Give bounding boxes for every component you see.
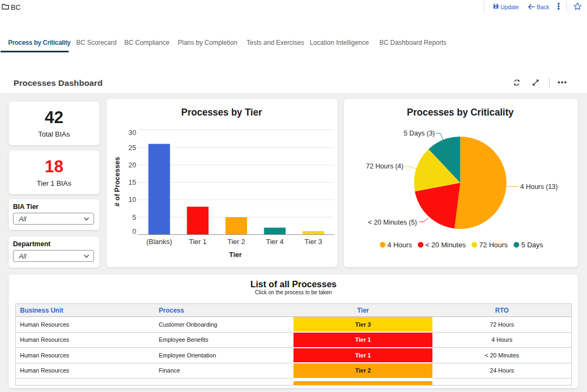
svg-text:72 Hours (4): 72 Hours (4): [366, 163, 403, 170]
svg-text:Processes by Criticality: Processes by Criticality: [407, 107, 514, 118]
svg-text:0: 0: [132, 227, 136, 235]
svg-text:5 Days (3): 5 Days (3): [404, 130, 435, 137]
svg-text:Tier 4: Tier 4: [266, 238, 284, 246]
svg-text:< 20 Minutes (5): < 20 Minutes (5): [368, 219, 417, 226]
svg-text:72 Hours: 72 Hours: [479, 241, 508, 249]
svg-text:4 Hours (13): 4 Hours (13): [521, 183, 558, 191]
svg-text:5: 5: [132, 213, 136, 221]
svg-text:5 Days: 5 Days: [521, 241, 543, 249]
svg-text:30: 30: [129, 129, 136, 137]
svg-text:< 20 Minutes: < 20 Minutes: [425, 241, 466, 249]
svg-text:Tier: Tier: [229, 251, 242, 259]
svg-text:Tier 3: Tier 3: [304, 238, 322, 246]
svg-text:(Blanks): (Blanks): [146, 238, 172, 246]
svg-text:Tier 1: Tier 1: [189, 238, 206, 246]
svg-text:Processes by Tier: Processes by Tier: [181, 107, 262, 118]
svg-text:15: 15: [129, 178, 136, 186]
svg-text:10: 10: [129, 195, 136, 204]
svg-text:# of Processes: # of Processes: [113, 157, 121, 207]
svg-text:25: 25: [129, 144, 136, 152]
svg-text:4 Hours: 4 Hours: [388, 241, 412, 249]
svg-text:Tier 2: Tier 2: [228, 238, 245, 246]
svg-text:20: 20: [129, 161, 136, 169]
